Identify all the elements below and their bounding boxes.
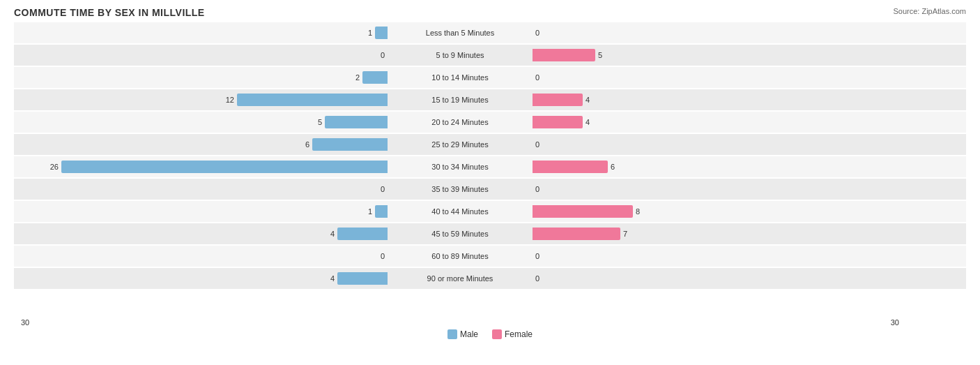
male-bar <box>61 161 388 173</box>
chart-title: COMMUTE TIME BY SEX IN MILLVILLE <box>14 7 966 18</box>
chart-row: 2630 to 34 Minutes6 <box>14 156 966 177</box>
male-value: 1 <box>368 207 375 216</box>
male-section: 4 <box>14 268 390 289</box>
female-section: 0 <box>530 179 906 200</box>
row-label: 5 to 9 Minutes <box>390 51 530 59</box>
female-bar <box>533 49 595 61</box>
male-value: 6 <box>305 140 312 149</box>
row-label: 20 to 24 Minutes <box>390 118 530 126</box>
male-value: 0 <box>381 252 388 260</box>
female-section: 6 <box>530 156 906 177</box>
female-value: 5 <box>598 51 602 59</box>
female-value: 8 <box>636 207 640 216</box>
female-section: 4 <box>530 89 906 110</box>
axis-left: 30 <box>14 318 390 327</box>
chart-row: 625 to 29 Minutes0 <box>14 134 966 155</box>
male-bar <box>375 27 388 39</box>
axis-right: 30 <box>530 318 906 327</box>
female-value: 4 <box>585 118 590 126</box>
row-label: 25 to 29 Minutes <box>390 140 530 149</box>
female-value: 7 <box>623 230 627 238</box>
male-bar <box>337 272 388 285</box>
male-section: 2 <box>14 67 390 88</box>
male-value: 4 <box>330 274 337 283</box>
male-value: 12 <box>226 96 237 104</box>
chart-row: 05 to 9 Minutes5 <box>14 45 966 66</box>
female-section: 5 <box>530 45 906 66</box>
chart-row: 060 to 89 Minutes0 <box>14 246 966 267</box>
row-label: 35 to 39 Minutes <box>390 185 530 193</box>
female-value: 0 <box>535 140 539 149</box>
male-value: 1 <box>368 29 375 37</box>
female-value: 4 <box>585 96 590 104</box>
female-section: 8 <box>530 201 906 222</box>
male-section: 12 <box>14 89 390 110</box>
chart-container: COMMUTE TIME BY SEX IN MILLVILLE Source:… <box>0 0 980 365</box>
chart-area: 1Less than 5 Minutes005 to 9 Minutes5210… <box>14 22 966 315</box>
axis-row: 30 30 <box>14 318 966 327</box>
male-section: 26 <box>14 156 390 177</box>
chart-row: 520 to 24 Minutes4 <box>14 112 966 133</box>
female-value: 0 <box>535 73 539 82</box>
female-section: 7 <box>530 223 906 244</box>
row-label: 90 or more Minutes <box>390 274 530 283</box>
chart-row: 1215 to 19 Minutes4 <box>14 89 966 110</box>
source-label: Source: ZipAtlas.com <box>893 7 966 15</box>
row-label: 10 to 14 Minutes <box>390 73 530 82</box>
legend-female: Female <box>492 329 533 339</box>
female-section: 0 <box>530 268 906 289</box>
female-bar <box>533 228 620 240</box>
male-bar <box>237 94 388 106</box>
male-section: 0 <box>14 45 390 66</box>
female-bar <box>533 94 583 106</box>
male-bar <box>375 205 388 218</box>
female-legend-label: Female <box>505 329 533 339</box>
male-value: 5 <box>318 118 325 126</box>
male-value: 2 <box>355 73 362 82</box>
male-section: 4 <box>14 223 390 244</box>
chart-row: 035 to 39 Minutes0 <box>14 179 966 200</box>
male-section: 0 <box>14 179 390 200</box>
legend: Male Female <box>14 329 966 339</box>
female-section: 4 <box>530 112 906 133</box>
male-section: 1 <box>14 201 390 222</box>
male-section: 6 <box>14 134 390 155</box>
male-bar <box>337 228 388 240</box>
male-section: 5 <box>14 112 390 133</box>
row-label: 40 to 44 Minutes <box>390 207 530 216</box>
male-value: 0 <box>381 51 388 59</box>
male-value: 4 <box>330 230 337 238</box>
male-value: 26 <box>50 163 61 171</box>
row-label: 60 to 89 Minutes <box>390 252 530 260</box>
female-section: 0 <box>530 134 906 155</box>
chart-row: 210 to 14 Minutes0 <box>14 67 966 88</box>
row-label: 30 to 34 Minutes <box>390 163 530 171</box>
chart-row: 140 to 44 Minutes8 <box>14 201 966 222</box>
male-section: 0 <box>14 246 390 267</box>
male-bar <box>325 116 388 128</box>
legend-male: Male <box>447 329 478 339</box>
male-section: 1 <box>14 22 390 43</box>
row-label: 15 to 19 Minutes <box>390 96 530 104</box>
female-value: 6 <box>611 163 615 171</box>
female-section: 0 <box>530 67 906 88</box>
male-value: 0 <box>381 185 388 193</box>
female-value: 0 <box>535 274 539 283</box>
female-value: 0 <box>535 185 539 193</box>
male-bar <box>312 138 388 151</box>
female-legend-box <box>492 329 502 339</box>
female-bar <box>533 205 633 218</box>
male-bar <box>362 71 388 84</box>
row-label: Less than 5 Minutes <box>390 29 530 37</box>
chart-row: 445 to 59 Minutes7 <box>14 223 966 244</box>
row-label: 45 to 59 Minutes <box>390 230 530 238</box>
chart-row: 490 or more Minutes0 <box>14 268 966 289</box>
female-bar <box>533 116 583 128</box>
female-value: 0 <box>535 252 539 260</box>
male-legend-box <box>447 329 457 339</box>
female-section: 0 <box>530 22 906 43</box>
chart-row: 1Less than 5 Minutes0 <box>14 22 966 43</box>
male-legend-label: Male <box>460 329 478 339</box>
female-section: 0 <box>530 246 906 267</box>
female-value: 0 <box>535 29 539 37</box>
